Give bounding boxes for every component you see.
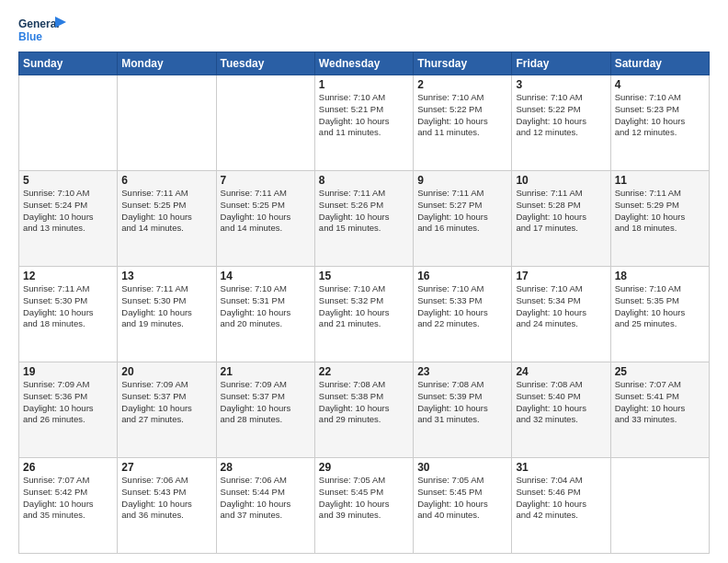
day-info: Sunrise: 7:11 AMSunset: 5:30 PMDaylight:… <box>121 283 211 330</box>
day-number: 6 <box>121 174 211 187</box>
day-info: Sunrise: 7:08 AMSunset: 5:38 PMDaylight:… <box>319 379 409 426</box>
calendar-cell: 10Sunrise: 7:11 AMSunset: 5:28 PMDayligh… <box>512 171 610 267</box>
day-number: 24 <box>516 365 606 378</box>
calendar-cell: 15Sunrise: 7:10 AMSunset: 5:32 PMDayligh… <box>314 267 413 362</box>
week-row-2: 5Sunrise: 7:10 AMSunset: 5:24 PMDaylight… <box>19 171 710 267</box>
calendar-cell: 29Sunrise: 7:05 AMSunset: 5:45 PMDayligh… <box>314 458 413 554</box>
day-info: Sunrise: 7:10 AMSunset: 5:23 PMDaylight:… <box>615 92 705 139</box>
calendar-cell: 4Sunrise: 7:10 AMSunset: 5:23 PMDaylight… <box>610 75 709 171</box>
day-number: 11 <box>615 174 705 187</box>
calendar-cell: 3Sunrise: 7:10 AMSunset: 5:22 PMDaylight… <box>512 75 610 171</box>
day-number: 22 <box>319 365 409 378</box>
calendar-cell: 2Sunrise: 7:10 AMSunset: 5:22 PMDaylight… <box>414 75 512 171</box>
day-info: Sunrise: 7:09 AMSunset: 5:37 PMDaylight:… <box>121 379 211 426</box>
day-number: 2 <box>417 78 507 91</box>
day-number: 26 <box>23 461 113 474</box>
day-number: 4 <box>615 78 705 91</box>
calendar-cell: 20Sunrise: 7:09 AMSunset: 5:37 PMDayligh… <box>118 362 216 458</box>
svg-marker-2 <box>55 17 66 28</box>
day-info: Sunrise: 7:09 AMSunset: 5:36 PMDaylight:… <box>23 379 113 426</box>
calendar-cell: 16Sunrise: 7:10 AMSunset: 5:33 PMDayligh… <box>414 267 512 362</box>
day-info: Sunrise: 7:10 AMSunset: 5:24 PMDaylight:… <box>23 188 113 235</box>
day-number: 31 <box>516 461 606 474</box>
day-number: 18 <box>615 270 705 282</box>
calendar-cell: 9Sunrise: 7:11 AMSunset: 5:27 PMDaylight… <box>414 171 512 267</box>
calendar-cell: 12Sunrise: 7:11 AMSunset: 5:30 PMDayligh… <box>19 267 118 362</box>
calendar-cell: 11Sunrise: 7:11 AMSunset: 5:29 PMDayligh… <box>610 171 709 267</box>
day-info: Sunrise: 7:10 AMSunset: 5:32 PMDaylight:… <box>319 283 409 330</box>
calendar-cell: 7Sunrise: 7:11 AMSunset: 5:25 PMDaylight… <box>216 171 314 267</box>
day-number: 27 <box>121 461 211 474</box>
day-info: Sunrise: 7:10 AMSunset: 5:22 PMDaylight:… <box>516 92 606 139</box>
day-info: Sunrise: 7:08 AMSunset: 5:40 PMDaylight:… <box>516 379 606 426</box>
day-number: 16 <box>417 270 507 282</box>
day-number: 9 <box>417 174 507 187</box>
column-header-friday: Friday <box>512 52 610 75</box>
day-number: 13 <box>121 270 211 282</box>
day-number: 15 <box>319 270 409 282</box>
day-info: Sunrise: 7:09 AMSunset: 5:37 PMDaylight:… <box>221 379 311 426</box>
calendar-cell: 6Sunrise: 7:11 AMSunset: 5:25 PMDaylight… <box>118 171 216 267</box>
day-info: Sunrise: 7:10 AMSunset: 5:35 PMDaylight:… <box>615 283 705 330</box>
day-number: 7 <box>221 174 311 187</box>
day-info: Sunrise: 7:10 AMSunset: 5:34 PMDaylight:… <box>516 283 606 330</box>
calendar-cell: 30Sunrise: 7:05 AMSunset: 5:45 PMDayligh… <box>414 458 512 554</box>
calendar-cell <box>610 458 709 554</box>
logo: GeneralBlue <box>18 15 68 44</box>
column-header-wednesday: Wednesday <box>314 52 413 75</box>
day-info: Sunrise: 7:06 AMSunset: 5:44 PMDaylight:… <box>221 475 311 522</box>
calendar-cell: 23Sunrise: 7:08 AMSunset: 5:39 PMDayligh… <box>414 362 512 458</box>
day-info: Sunrise: 7:05 AMSunset: 5:45 PMDaylight:… <box>319 475 409 522</box>
column-header-monday: Monday <box>118 52 216 75</box>
week-row-3: 12Sunrise: 7:11 AMSunset: 5:30 PMDayligh… <box>19 267 710 362</box>
day-info: Sunrise: 7:05 AMSunset: 5:45 PMDaylight:… <box>417 475 507 522</box>
day-number: 12 <box>23 270 113 282</box>
calendar-cell <box>216 75 314 171</box>
svg-text:Blue: Blue <box>18 30 42 43</box>
day-number: 30 <box>417 461 507 474</box>
day-info: Sunrise: 7:11 AMSunset: 5:26 PMDaylight:… <box>319 188 409 235</box>
calendar-cell: 22Sunrise: 7:08 AMSunset: 5:38 PMDayligh… <box>314 362 413 458</box>
calendar-cell: 26Sunrise: 7:07 AMSunset: 5:42 PMDayligh… <box>19 458 118 554</box>
column-header-saturday: Saturday <box>610 52 709 75</box>
calendar-cell: 13Sunrise: 7:11 AMSunset: 5:30 PMDayligh… <box>118 267 216 362</box>
calendar-cell <box>19 75 118 171</box>
logo-icon: GeneralBlue <box>18 15 68 44</box>
page: GeneralBlue SundayMondayTuesdayWednesday… <box>0 0 728 563</box>
header-row: SundayMondayTuesdayWednesdayThursdayFrid… <box>19 52 710 75</box>
day-info: Sunrise: 7:10 AMSunset: 5:31 PMDaylight:… <box>221 283 311 330</box>
day-number: 20 <box>121 365 211 378</box>
day-number: 10 <box>516 174 606 187</box>
day-number: 1 <box>319 78 409 91</box>
day-number: 5 <box>23 174 113 187</box>
day-number: 28 <box>221 461 311 474</box>
day-number: 29 <box>319 461 409 474</box>
day-info: Sunrise: 7:11 AMSunset: 5:28 PMDaylight:… <box>516 188 606 235</box>
week-row-4: 19Sunrise: 7:09 AMSunset: 5:36 PMDayligh… <box>19 362 710 458</box>
day-info: Sunrise: 7:08 AMSunset: 5:39 PMDaylight:… <box>417 379 507 426</box>
calendar-cell: 19Sunrise: 7:09 AMSunset: 5:36 PMDayligh… <box>19 362 118 458</box>
week-row-5: 26Sunrise: 7:07 AMSunset: 5:42 PMDayligh… <box>19 458 710 554</box>
calendar-cell: 24Sunrise: 7:08 AMSunset: 5:40 PMDayligh… <box>512 362 610 458</box>
column-header-sunday: Sunday <box>19 52 118 75</box>
calendar-cell <box>118 75 216 171</box>
day-info: Sunrise: 7:11 AMSunset: 5:25 PMDaylight:… <box>221 188 311 235</box>
calendar-cell: 5Sunrise: 7:10 AMSunset: 5:24 PMDaylight… <box>19 171 118 267</box>
calendar-cell: 21Sunrise: 7:09 AMSunset: 5:37 PMDayligh… <box>216 362 314 458</box>
calendar-cell: 28Sunrise: 7:06 AMSunset: 5:44 PMDayligh… <box>216 458 314 554</box>
day-info: Sunrise: 7:11 AMSunset: 5:25 PMDaylight:… <box>121 188 211 235</box>
calendar-cell: 18Sunrise: 7:10 AMSunset: 5:35 PMDayligh… <box>610 267 709 362</box>
day-number: 25 <box>615 365 705 378</box>
calendar-cell: 25Sunrise: 7:07 AMSunset: 5:41 PMDayligh… <box>610 362 709 458</box>
day-info: Sunrise: 7:07 AMSunset: 5:41 PMDaylight:… <box>615 379 705 426</box>
day-info: Sunrise: 7:11 AMSunset: 5:27 PMDaylight:… <box>417 188 507 235</box>
svg-text:General: General <box>18 17 60 30</box>
day-info: Sunrise: 7:04 AMSunset: 5:46 PMDaylight:… <box>516 475 606 522</box>
day-info: Sunrise: 7:11 AMSunset: 5:29 PMDaylight:… <box>615 188 705 235</box>
calendar-cell: 8Sunrise: 7:11 AMSunset: 5:26 PMDaylight… <box>314 171 413 267</box>
day-info: Sunrise: 7:10 AMSunset: 5:33 PMDaylight:… <box>417 283 507 330</box>
day-number: 3 <box>516 78 606 91</box>
header: GeneralBlue <box>18 15 710 44</box>
day-number: 19 <box>23 365 113 378</box>
calendar-table: SundayMondayTuesdayWednesdayThursdayFrid… <box>18 52 710 554</box>
